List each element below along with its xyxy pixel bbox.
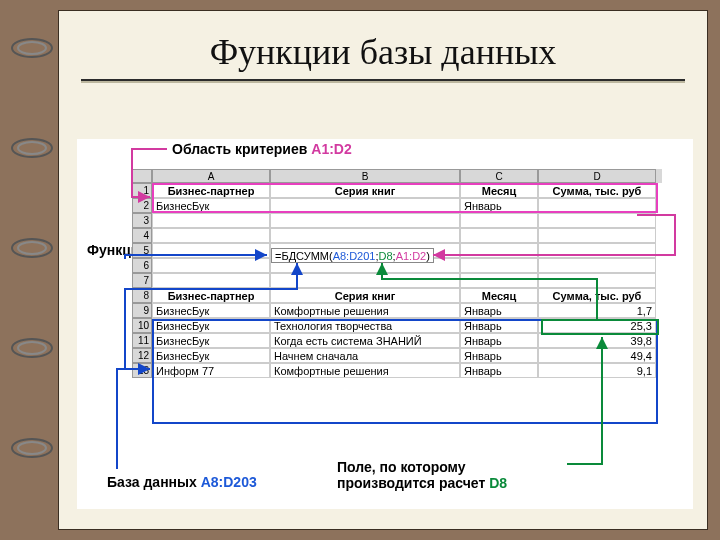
cell[interactable]: 1,7 [538, 303, 656, 318]
cell[interactable]: Январь [460, 318, 538, 333]
cell[interactable] [538, 273, 656, 288]
cell[interactable]: Информ 77 [152, 363, 270, 378]
cell[interactable]: 39,8 [538, 333, 656, 348]
column-headers: A B C D [132, 169, 662, 183]
table-row: 7 [132, 273, 662, 288]
cell[interactable]: Бизнес-партнер [152, 288, 270, 303]
cell[interactable] [270, 273, 460, 288]
cell[interactable] [152, 243, 270, 258]
slide: Функции базы данных Область критериев A1… [58, 10, 708, 530]
cell[interactable]: Комфортные решения [270, 363, 460, 378]
cell[interactable]: 9,1 [538, 363, 656, 378]
svg-point-1 [18, 42, 46, 54]
label-criteria: Область критериев A1:D2 [172, 141, 352, 157]
cell[interactable]: Январь [460, 303, 538, 318]
cell[interactable] [538, 213, 656, 228]
row-header: 7 [132, 273, 152, 288]
cell[interactable] [538, 258, 656, 273]
formula-cell[interactable]: =БДСУММ(A8:D201;D8;A1:D2) [271, 248, 434, 263]
cell[interactable] [460, 213, 538, 228]
row-header: 3 [132, 213, 152, 228]
row-header: 9 [132, 303, 152, 318]
cell[interactable] [460, 243, 538, 258]
label-database: База данных A8:D203 [107, 474, 257, 490]
cell[interactable]: Серия книг [270, 288, 460, 303]
svg-point-9 [18, 442, 46, 454]
cell[interactable]: Январь [460, 333, 538, 348]
cell[interactable]: Январь [460, 198, 538, 213]
cell[interactable] [538, 198, 656, 213]
row-header: 8 [132, 288, 152, 303]
table-row: 1Бизнес-партнерСерия книгМесяцСумма, тыс… [132, 183, 662, 198]
cell[interactable]: Комфортные решения [270, 303, 460, 318]
table-row: 4 [132, 228, 662, 243]
row-header: 1 [132, 183, 152, 198]
cell[interactable]: Серия книг [270, 183, 460, 198]
cell[interactable] [152, 258, 270, 273]
cell[interactable] [270, 213, 460, 228]
cell[interactable] [538, 243, 656, 258]
cell[interactable]: БизнесБук [152, 303, 270, 318]
cell[interactable]: 25,3 [538, 318, 656, 333]
spreadsheet: A B C D 1Бизнес-партнерСерия книгМесяцСу… [132, 169, 662, 378]
cell[interactable]: Когда есть система ЗНАНИЙ [270, 333, 460, 348]
cell[interactable]: Начнем сначала [270, 348, 460, 363]
cell[interactable] [152, 228, 270, 243]
table-row: 9БизнесБукКомфортные решенияЯнварь1,7 [132, 303, 662, 318]
table-row: 2БизнесБукЯнварь [132, 198, 662, 213]
cell[interactable]: 49,4 [538, 348, 656, 363]
cell[interactable]: Январь [460, 348, 538, 363]
cell[interactable]: БизнесБук [152, 333, 270, 348]
cell[interactable]: Январь [460, 363, 538, 378]
cell[interactable]: БизнесБук [152, 318, 270, 333]
cell[interactable] [538, 228, 656, 243]
table-row: 8Бизнес-партнерСерия книгМесяцСумма, тыс… [132, 288, 662, 303]
row-header: 10 [132, 318, 152, 333]
svg-point-3 [18, 142, 46, 154]
cell[interactable]: Технология творчества [270, 318, 460, 333]
svg-point-7 [18, 342, 46, 354]
table-row: 3 [132, 213, 662, 228]
cell[interactable]: Бизнес-партнер [152, 183, 270, 198]
cell[interactable]: БизнесБук [152, 348, 270, 363]
row-header: 13 [132, 363, 152, 378]
row-header: 2 [132, 198, 152, 213]
svg-point-5 [18, 242, 46, 254]
table-row: 11БизнесБукКогда есть система ЗНАНИЙЯнва… [132, 333, 662, 348]
cell[interactable] [460, 258, 538, 273]
spiral-binding [10, 35, 60, 535]
cell[interactable]: Сумма, тыс. руб [538, 183, 656, 198]
table-row: 10БизнесБукТехнология творчестваЯнварь25… [132, 318, 662, 333]
title-rule [81, 79, 685, 81]
cell[interactable] [460, 228, 538, 243]
cell[interactable]: Сумма, тыс. руб [538, 288, 656, 303]
row-header: 6 [132, 258, 152, 273]
table-row: 13Информ 77Комфортные решенияЯнварь9,1 [132, 363, 662, 378]
cell[interactable]: БизнесБук [152, 198, 270, 213]
label-field: Поле, по которому производится расчет D8 [337, 459, 567, 491]
cell[interactable]: Месяц [460, 183, 538, 198]
cell[interactable] [152, 273, 270, 288]
row-header: 11 [132, 333, 152, 348]
row-header: 4 [132, 228, 152, 243]
cell[interactable]: Месяц [460, 288, 538, 303]
diagram: Область критериев A1:D2 Функция База дан… [77, 139, 693, 509]
cell[interactable] [270, 228, 460, 243]
row-header: 12 [132, 348, 152, 363]
cell[interactable] [270, 198, 460, 213]
table-row: 12БизнесБукНачнем сначалаЯнварь49,4 [132, 348, 662, 363]
slide-title: Функции базы данных [59, 11, 707, 79]
row-header: 5 [132, 243, 152, 258]
cell[interactable] [152, 213, 270, 228]
cell[interactable] [460, 273, 538, 288]
